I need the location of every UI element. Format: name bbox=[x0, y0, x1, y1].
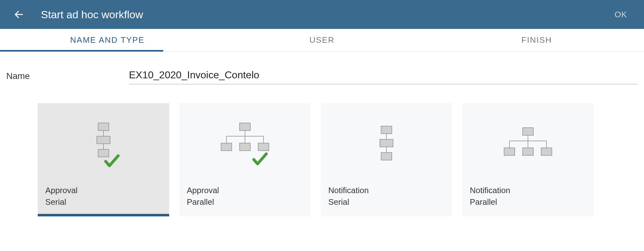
tab-label: FINISH bbox=[521, 35, 552, 45]
svg-rect-22 bbox=[523, 148, 533, 155]
tab-name-and-type[interactable]: NAME AND TYPE bbox=[0, 29, 215, 51]
page-title: Start ad hoc workflow bbox=[41, 8, 610, 21]
tab-label: NAME AND TYPE bbox=[70, 35, 144, 45]
back-button[interactable] bbox=[13, 8, 25, 21]
card-labels: Notification Serial bbox=[321, 185, 452, 216]
card-notification-parallel[interactable]: Notification Parallel bbox=[462, 103, 594, 216]
workflow-type-cards: Approval Serial bbox=[6, 97, 638, 216]
svg-rect-7 bbox=[221, 143, 232, 151]
header-bar: Start ad hoc workflow OK bbox=[0, 0, 644, 29]
svg-rect-21 bbox=[504, 148, 515, 155]
svg-rect-15 bbox=[381, 126, 392, 134]
card-labels: Approval Serial bbox=[38, 185, 169, 216]
card-subtitle: Serial bbox=[328, 196, 445, 208]
card-subtitle: Parallel bbox=[187, 196, 303, 208]
arrow-left-icon bbox=[14, 9, 24, 20]
card-title: Approval bbox=[45, 185, 162, 196]
name-label: Name bbox=[6, 71, 129, 84]
tab-user[interactable]: USER bbox=[215, 29, 430, 51]
card-notification-serial[interactable]: Notification Serial bbox=[321, 103, 452, 216]
card-title: Notification bbox=[470, 185, 586, 196]
content-area: Name Appro bbox=[0, 52, 644, 216]
card-title: Approval bbox=[187, 185, 303, 196]
tab-finish[interactable]: FINISH bbox=[429, 29, 644, 51]
svg-rect-6 bbox=[240, 123, 250, 131]
svg-rect-1 bbox=[98, 123, 109, 131]
tab-label: USER bbox=[309, 35, 335, 45]
svg-rect-3 bbox=[98, 149, 109, 157]
card-approval-parallel[interactable]: Approval Parallel bbox=[179, 103, 311, 216]
svg-rect-17 bbox=[381, 153, 392, 160]
ok-button[interactable]: OK bbox=[610, 7, 631, 22]
svg-rect-20 bbox=[523, 128, 533, 135]
svg-rect-23 bbox=[541, 148, 552, 155]
name-input[interactable] bbox=[129, 67, 638, 84]
parallel-approval-icon bbox=[179, 103, 311, 185]
parallel-notification-icon bbox=[462, 103, 594, 185]
svg-rect-16 bbox=[380, 139, 393, 147]
svg-rect-2 bbox=[97, 136, 110, 144]
card-labels: Notification Parallel bbox=[462, 185, 594, 216]
card-subtitle: Serial bbox=[45, 196, 162, 208]
tabs-bar: NAME AND TYPE USER FINISH bbox=[0, 29, 644, 52]
svg-rect-8 bbox=[240, 143, 250, 151]
name-row: Name bbox=[6, 64, 638, 97]
card-title: Notification bbox=[328, 185, 445, 196]
card-labels: Approval Parallel bbox=[179, 185, 311, 216]
card-approval-serial[interactable]: Approval Serial bbox=[38, 103, 169, 216]
card-subtitle: Parallel bbox=[470, 196, 586, 208]
serial-approval-icon bbox=[38, 103, 169, 185]
serial-notification-icon bbox=[321, 103, 452, 185]
svg-rect-9 bbox=[258, 143, 269, 151]
